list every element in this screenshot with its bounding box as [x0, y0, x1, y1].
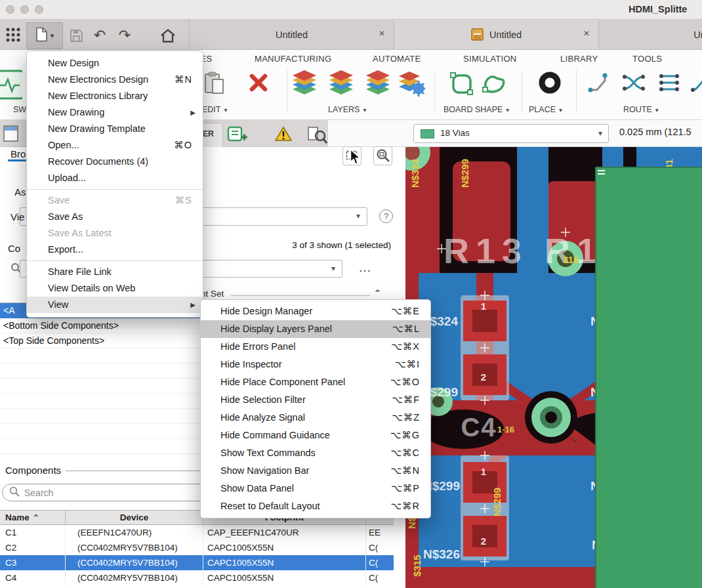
file-menu-item[interactable]: Recover Documents (4): [27, 154, 203, 170]
file-menu-item[interactable]: Export...: [27, 242, 203, 258]
file-menu-item[interactable]: New Design: [27, 55, 203, 72]
ribbon-menu-manufacturing[interactable]: MANUFACTURING: [255, 54, 331, 64]
delete-icon[interactable]: [248, 72, 269, 96]
ribbon-group-edit[interactable]: EDIT ▾: [202, 105, 228, 114]
ribbon-group-route[interactable]: ROUTE ▾: [623, 105, 659, 114]
place-pad-icon[interactable]: [538, 71, 562, 97]
table-cell: (CC0402MRY5V7BB104): [66, 540, 203, 555]
view-label: Vie: [10, 211, 24, 222]
inspect-document-icon[interactable]: [307, 126, 327, 146]
view-submenu-item[interactable]: Hide Errors Panel⌥⌘X: [201, 338, 430, 356]
table-cell: C2: [0, 540, 66, 555]
route-single-icon[interactable]: [588, 72, 611, 96]
table-cell: (CC0402MRY5V7BB104): [66, 570, 203, 585]
view-submenu-item[interactable]: Hide Display Layers Panel⌥⌘L: [201, 320, 430, 338]
view-submenu-item[interactable]: Hide Place Component Panel⌥⌘O: [201, 373, 430, 391]
errors-warning-icon[interactable]: [274, 126, 293, 145]
file-menu-item[interactable]: New Drawing▶: [27, 104, 203, 121]
view-submenu-item[interactable]: Hide Analyze Signal⌥⌘Z: [201, 409, 430, 427]
file-menu-item[interactable]: Save As Latest: [27, 225, 203, 242]
zoom-window-button[interactable]: [35, 5, 43, 14]
menu-item-label: Open...: [48, 140, 79, 150]
redo-icon[interactable]: ↷: [114, 26, 135, 45]
table-header-cell[interactable]: Name⌃: [0, 511, 66, 524]
browser-tab[interactable]: Bro: [10, 148, 26, 159]
view-submenu-item[interactable]: Hide Inspector⌥⌘I: [201, 356, 430, 373]
minimize-window-button[interactable]: [20, 5, 29, 14]
view-submenu-item[interactable]: Show Data Panel⌥⌘P: [201, 480, 430, 497]
table-row[interactable]: C1(EEEFN1C470UR)CAP_EEEFN1C470UREE: [0, 525, 394, 540]
route-tool-icon[interactable]: [690, 72, 702, 96]
view-submenu-item[interactable]: Reset to Default Layout⌥⌘R: [201, 497, 430, 515]
pcb-header-bar: 18 Vias ▾ 0.025 mm (121.5: [328, 120, 702, 147]
ribbon-menu-simulation[interactable]: SIMULATION: [463, 54, 517, 64]
file-menu-item[interactable]: Open...⌘O: [27, 137, 203, 154]
more-options-icon[interactable]: …: [358, 260, 372, 275]
help-icon[interactable]: ?: [379, 209, 393, 223]
home-icon[interactable]: [157, 26, 178, 45]
view-submenu-item[interactable]: Hide Command Guidance⌥⌘G: [201, 427, 430, 444]
place-component-panel-icon[interactable]: [227, 125, 248, 146]
layer-selector-dropdown[interactable]: 18 Vias ▾: [413, 124, 609, 143]
collapse-section-icon[interactable]: ⌃: [374, 288, 381, 298]
menu-shortcut: ⌥⌘Z: [392, 409, 420, 427]
schematic-tool-icon[interactable]: [0, 70, 22, 102]
menu-item-label: View Details on Web: [48, 283, 135, 293]
paste-icon[interactable]: [203, 72, 226, 98]
file-menu-item[interactable]: Save⌘S: [27, 192, 203, 209]
table-row[interactable]: C2(CC0402MRY5V7BB104)CAPC1005X55NC(: [0, 540, 394, 555]
ribbon-group-board-shape[interactable]: BOARD SHAPE ▾: [444, 105, 509, 114]
table-cell: CAPC1005X55N: [203, 555, 366, 570]
ribbon-group-place[interactable]: PLACE ▾: [529, 105, 562, 114]
file-menu-item[interactable]: View▶: [27, 297, 203, 313]
component-set-header[interactable]: nt Set: [201, 289, 224, 299]
view-submenu-item[interactable]: Hide Selection Filter⌥⌘F: [201, 391, 430, 409]
menu-shortcut: ⌥⌘X: [391, 338, 420, 356]
board-spline-icon[interactable]: [482, 72, 506, 98]
table-cell: C(: [366, 555, 394, 570]
app-grid-icon[interactable]: [5, 26, 22, 43]
pcb-net-label: 2: [481, 371, 486, 383]
view-submenu-item[interactable]: Show Text Commands⌥⌘C: [201, 444, 430, 462]
ribbon-menu-automate[interactable]: AUTOMATE: [373, 54, 421, 64]
file-menu-button[interactable]: ▾: [26, 22, 63, 49]
zoom-window-tool-button[interactable]: [373, 146, 392, 165]
close-tab-icon[interactable]: ✕: [379, 29, 385, 38]
menu-separator: [27, 261, 203, 261]
layers-stack-icon[interactable]: [291, 70, 318, 98]
layers-stack-icon[interactable]: [328, 70, 354, 98]
menu-item-label: Save As Latest: [48, 228, 112, 238]
layers-stack-icon[interactable]: [365, 70, 391, 98]
menu-item-label: Hide Display Layers Panel: [220, 324, 332, 334]
file-menu-item[interactable]: Save As: [27, 209, 203, 225]
document-tab[interactable]: Unt: [598, 20, 702, 49]
ribbon-group-layers[interactable]: LAYERS ▾: [328, 105, 366, 114]
view-submenu-item[interactable]: Show Navigation Bar⌥⌘N: [201, 462, 430, 480]
close-window-button[interactable]: [6, 5, 14, 14]
view-submenu-item[interactable]: Hide Design Manager⌥⌘E: [201, 303, 430, 320]
file-menu-item[interactable]: View Details on Web: [27, 280, 203, 297]
table-row[interactable]: C4(CC0402MRY5V7BB104)CAPC1005X55NC(: [0, 570, 394, 585]
table-row[interactable]: C3(CC0402MRY5V7BB104)CAPC1005X55NC(: [0, 555, 394, 570]
document-tab[interactable]: Untitled✕: [394, 20, 598, 49]
ribbon-menu-library[interactable]: LIBRARY: [560, 54, 598, 64]
file-menu-item[interactable]: New Electronics Library: [27, 88, 203, 104]
close-tab-icon[interactable]: ✕: [583, 29, 590, 38]
table-header-cell[interactable]: Device: [66, 511, 203, 524]
file-menu-item[interactable]: New Drawing Template: [27, 121, 203, 137]
save-icon[interactable]: [66, 26, 87, 45]
document-tab[interactable]: Untitled✕: [189, 20, 394, 49]
route-multi-icon[interactable]: [657, 72, 681, 96]
ribbon-menu-tools[interactable]: TOOLS: [632, 54, 662, 64]
file-menu-item[interactable]: New Electronics Design⌘N: [27, 72, 203, 88]
layer-selector-value: 18 Vias: [440, 128, 470, 138]
undo-icon[interactable]: ↶: [89, 26, 110, 45]
layer-settings-icon[interactable]: [398, 70, 425, 99]
panel-document-icon[interactable]: [3, 125, 20, 145]
ribbon-group-sw[interactable]: SW: [13, 105, 26, 114]
file-menu-item[interactable]: Upload...: [27, 170, 203, 186]
route-diff-pair-icon[interactable]: [622, 72, 646, 96]
board-outline-icon[interactable]: [450, 72, 474, 98]
file-menu-item[interactable]: Share File Link: [27, 264, 203, 280]
chevron-down-icon: ▾: [598, 129, 602, 138]
